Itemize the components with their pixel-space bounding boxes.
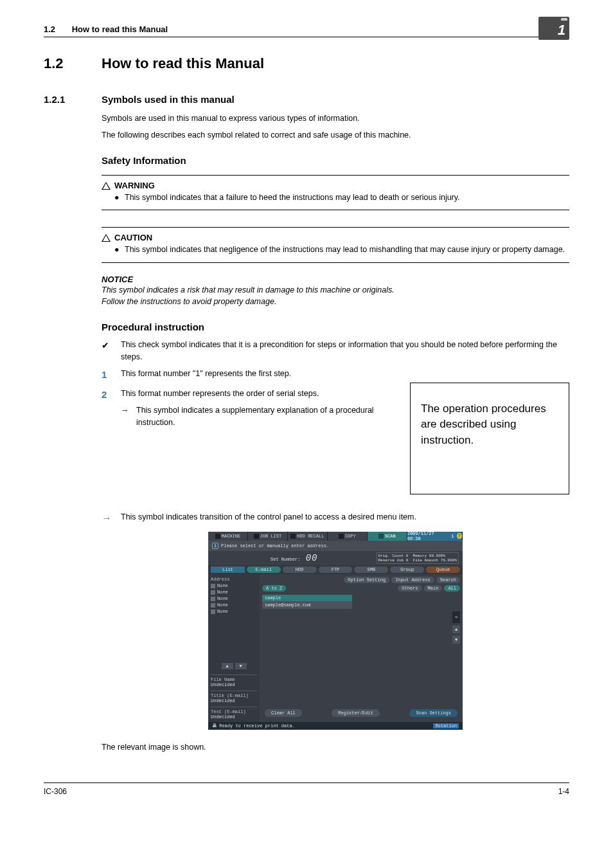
machine-icon	[215, 534, 220, 539]
sidebar-none-2: None	[217, 590, 228, 595]
tab-scan[interactable]: SCAN	[368, 532, 407, 541]
h2-title: Symbols used in this manual	[102, 94, 235, 105]
sidebar-none-4: None	[217, 602, 228, 608]
setnumber-label: Set Number:	[271, 557, 300, 562]
procedural-heading: Procedural instruction	[102, 321, 569, 332]
panel-sidebar: Address None None None None None ▲▼ File…	[208, 574, 260, 722]
chip-ftp[interactable]: FTP	[319, 566, 353, 573]
status-ready: Ready to receive print data.	[219, 723, 295, 728]
arrow-right-icon: →	[121, 404, 136, 429]
bullet-icon: ●	[114, 244, 125, 255]
dest-icon	[211, 610, 215, 614]
page-footer: IC-306 1-4	[44, 782, 569, 796]
others-button[interactable]: Others	[398, 585, 422, 592]
step-1-number: 1	[102, 368, 121, 383]
recall-icon	[290, 534, 296, 539]
h2-number: 1.2.1	[44, 94, 102, 105]
callout-text: The operation procedures are described u…	[421, 402, 546, 446]
running-header: 1.2 How to read this Manual	[44, 24, 569, 37]
address-card-name: sample	[262, 595, 352, 601]
sidebar-title-label: Title (E-mail)	[211, 693, 257, 698]
scan-settings-button[interactable]: Scan Settings	[409, 709, 458, 717]
warning-triangle-icon	[102, 182, 111, 190]
fileamount-label: File Amount	[413, 558, 439, 563]
transition-arrow-icon: →	[102, 512, 121, 524]
memory-value: 99.000%	[429, 554, 445, 558]
warning-text: This symbol indicates that a failure to …	[125, 192, 460, 203]
caution-triangle-icon	[102, 234, 111, 242]
chip-hdd[interactable]: HDD	[283, 566, 317, 573]
sidebar-title-value: Undecided	[211, 698, 257, 703]
h1-title: How to read this Manual	[102, 55, 264, 72]
panel-message-bar: i Please select or manually enter addres…	[208, 541, 463, 551]
control-panel-screenshot: MACHINE JOB LIST HDD RECALL COPY SCAN 20…	[208, 532, 463, 730]
chapter-badge: 1	[538, 17, 569, 40]
image-caption: The relevant image is shown.	[102, 743, 569, 752]
intro-para-1: Symbols are used in this manual to expre…	[102, 113, 569, 124]
counts-box: Orig. Count 0 Memory 99.000% Reserve Job…	[377, 552, 459, 564]
option-setting-button[interactable]: Option Setting	[344, 577, 389, 583]
step-2-text: This format number represents the order …	[121, 388, 319, 402]
all-button[interactable]: All	[444, 585, 460, 592]
chip-group[interactable]: Group	[390, 566, 424, 573]
footer-right: 1-4	[558, 787, 569, 796]
dest-icon	[211, 590, 215, 595]
panel-message: Please select or manually enter address.	[221, 543, 329, 548]
scroll-down-button[interactable]: ▼	[452, 636, 460, 644]
info-circle-icon[interactable]: i	[450, 533, 455, 539]
sidebar-down-button[interactable]: ▼	[235, 663, 247, 669]
warning-block: WARNING ●This symbol indicates that a fa…	[102, 175, 569, 210]
datetime-label: 2009/11/27 09:30	[407, 531, 448, 541]
scan-icon	[378, 534, 384, 539]
chip-smb[interactable]: SMB	[354, 566, 388, 573]
tab-machine-label: MACHINE	[222, 534, 240, 539]
caution-block: CAUTION ●This symbol indicates that negl…	[102, 227, 569, 262]
orig-count-label: Orig. Count	[378, 554, 404, 558]
transition-text: This symbol indicates transition of the …	[121, 512, 416, 521]
warning-label: WARNING	[114, 181, 155, 190]
register-edit-button[interactable]: Register/Edit	[332, 709, 380, 717]
check-icon: ✔	[102, 339, 121, 363]
tab-scan-label: SCAN	[385, 534, 396, 539]
search-button[interactable]: Search	[436, 577, 460, 583]
chip-list[interactable]: List	[211, 566, 245, 573]
tab-recall[interactable]: HDD RECALL	[288, 532, 328, 541]
info-icon: i	[212, 543, 218, 549]
orig-count-value: 0	[406, 554, 409, 558]
header-section-number: 1.2	[44, 24, 55, 34]
tab-machine[interactable]: MACHINE	[208, 532, 248, 541]
atoz-button[interactable]: A to Z	[262, 585, 286, 592]
memory-label: Memory	[413, 554, 427, 558]
input-address-button[interactable]: Input Address	[391, 577, 434, 583]
tab-joblist[interactable]: JOB LIST	[248, 532, 288, 541]
check-text: This check symbol indicates that it is a…	[121, 339, 569, 363]
sidebar-text-label: Text (E-mail)	[211, 709, 257, 714]
address-card[interactable]: sample sample@sample.com	[262, 595, 352, 609]
copy-icon	[339, 534, 344, 539]
main-button[interactable]: Main	[424, 585, 443, 592]
notice-label: NOTICE	[102, 275, 569, 284]
tab-recall-label: HDD RECALL	[297, 534, 324, 539]
keyboard-icon[interactable]: ⌨	[452, 611, 460, 623]
header-section-title: How to read this Manual	[72, 24, 168, 34]
fileamount-value: 76.000%	[441, 558, 457, 563]
sidebar-address-label: Address	[211, 577, 257, 582]
clear-all-button[interactable]: Clear All	[265, 709, 302, 717]
sidebar-none-3: None	[217, 596, 228, 601]
dest-icon	[211, 603, 215, 608]
caution-text: This symbol indicates that negligence of…	[125, 244, 565, 255]
sidebar-up-button[interactable]: ▲	[222, 663, 233, 669]
intro-para-2: The following describes each symbol rela…	[102, 129, 569, 141]
sidebar-filename-value: Undecided	[211, 682, 257, 687]
chapter-number: 1	[558, 22, 565, 39]
sidebar-filename-label: File Name	[211, 677, 257, 682]
tab-copy[interactable]: COPY	[328, 532, 368, 541]
notice-line-1: This symbol indicates a risk that may re…	[102, 284, 569, 296]
chip-email[interactable]: E-mail	[247, 566, 281, 573]
help-icon[interactable]: ?	[457, 533, 462, 539]
safety-heading: Safety Information	[102, 155, 569, 166]
sidebar-text-value: Undecided	[211, 714, 257, 719]
sidebar-none-5: None	[217, 609, 228, 614]
scroll-up-button[interactable]: ▲	[452, 626, 460, 633]
chip-queue[interactable]: Queue	[426, 566, 460, 573]
